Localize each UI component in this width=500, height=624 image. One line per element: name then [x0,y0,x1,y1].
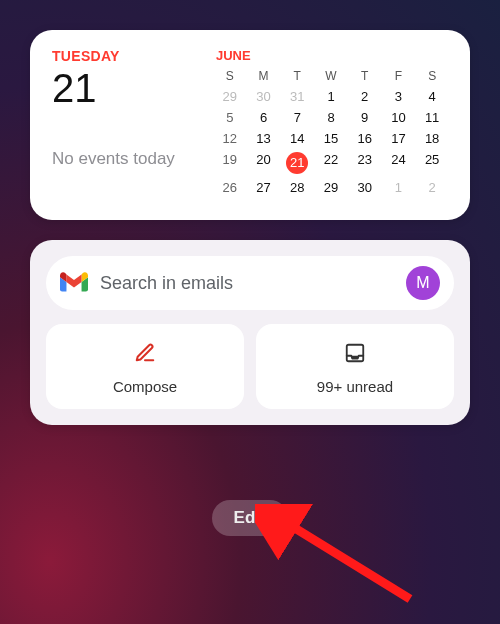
calendar-day-cell[interactable]: 18 [416,131,448,146]
calendar-day-cell[interactable]: 23 [349,152,381,174]
calendar-day-cell[interactable]: 28 [281,180,313,195]
calendar-day-cell[interactable]: 20 [248,152,280,174]
gmail-search-placeholder: Search in emails [100,273,406,294]
calendar-day-number: 21 [52,66,214,111]
inbox-icon [344,342,366,368]
calendar-day-cell[interactable]: 30 [349,180,381,195]
calendar-day-cell[interactable]: 1 [315,89,347,104]
gmail-widget: Search in emails M Compose 99+ unread [30,240,470,425]
calendar-day-cell[interactable]: 29 [214,89,246,104]
calendar-grid: SMTWTFS293031123456789101112131415161718… [214,69,448,195]
calendar-events-text: No events today [52,149,214,169]
calendar-day-cell[interactable]: 24 [383,152,415,174]
calendar-day-cell[interactable]: 29 [315,180,347,195]
calendar-day-name: TUESDAY [52,48,214,64]
calendar-day-cell[interactable]: 15 [315,131,347,146]
edit-label: Edit [234,508,267,527]
gmail-search-bar[interactable]: Search in emails M [46,256,454,310]
calendar-day-cell[interactable]: 14 [281,131,313,146]
calendar-dow: M [248,69,280,83]
calendar-day-cell[interactable]: 8 [315,110,347,125]
pencil-icon [134,342,156,368]
calendar-dow: S [416,69,448,83]
calendar-day-cell[interactable]: 27 [248,180,280,195]
avatar-initial: M [416,274,429,292]
calendar-day-cell[interactable]: 6 [248,110,280,125]
calendar-day-cell[interactable]: 31 [281,89,313,104]
calendar-day-cell[interactable]: 16 [349,131,381,146]
compose-tile[interactable]: Compose [46,324,244,409]
calendar-dow: F [383,69,415,83]
calendar-day-cell[interactable]: 26 [214,180,246,195]
calendar-day-cell[interactable]: 21 [286,152,308,174]
calendar-day-cell[interactable]: 11 [416,110,448,125]
calendar-month: JUNE [214,48,448,63]
calendar-day-cell[interactable]: 19 [214,152,246,174]
calendar-day-cell[interactable]: 1 [383,180,415,195]
gmail-icon [60,272,88,294]
calendar-day-cell[interactable]: 12 [214,131,246,146]
inbox-tile[interactable]: 99+ unread [256,324,454,409]
calendar-day-cell[interactable]: 17 [383,131,415,146]
calendar-day-cell[interactable]: 10 [383,110,415,125]
calendar-widget[interactable]: TUESDAY 21 No events today JUNE SMTWTFS2… [30,30,470,220]
calendar-day-cell[interactable]: 30 [248,89,280,104]
edit-button[interactable]: Edit [212,500,289,536]
calendar-day-cell[interactable]: 22 [315,152,347,174]
calendar-day-cell[interactable]: 13 [248,131,280,146]
calendar-dow: S [214,69,246,83]
compose-label: Compose [113,378,177,395]
calendar-day-cell[interactable]: 2 [416,180,448,195]
inbox-label: 99+ unread [317,378,393,395]
calendar-dow: T [281,69,313,83]
calendar-day-cell[interactable]: 3 [383,89,415,104]
calendar-dow: W [315,69,347,83]
calendar-day-cell[interactable]: 9 [349,110,381,125]
calendar-day-cell[interactable]: 5 [214,110,246,125]
avatar[interactable]: M [406,266,440,300]
calendar-day-cell[interactable]: 25 [416,152,448,174]
svg-line-1 [285,522,410,599]
calendar-dow: T [349,69,381,83]
calendar-day-cell[interactable]: 7 [281,110,313,125]
calendar-day-cell[interactable]: 4 [416,89,448,104]
calendar-day-cell[interactable]: 2 [349,89,381,104]
